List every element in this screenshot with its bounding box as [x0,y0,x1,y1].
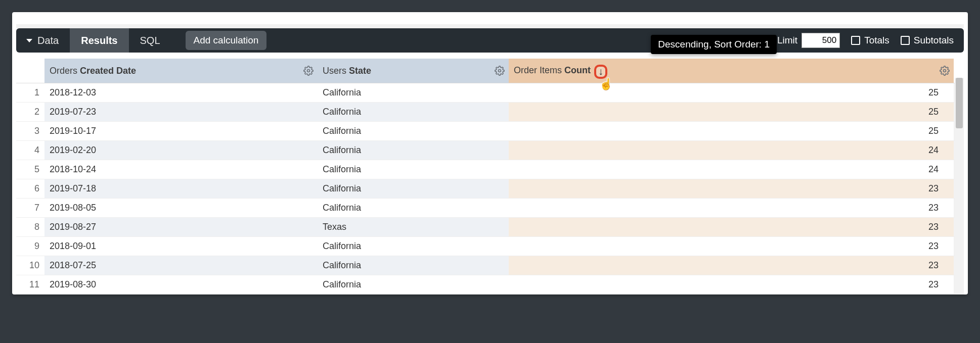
cell-state[interactable]: California [318,103,509,122]
row-number: 4 [16,141,44,160]
row-limit-input[interactable] [801,33,840,48]
cell-created-date[interactable]: 2019-08-05 [44,199,318,218]
cell-count[interactable]: 23 [509,237,954,256]
table-row: 92018-09-01California23 [16,237,964,256]
cell-created-date[interactable]: 2019-02-20 [44,141,318,160]
cell-created-date[interactable]: 2019-07-23 [44,103,318,122]
gear-icon[interactable] [940,66,950,76]
cell-created-date[interactable]: 2018-09-01 [44,237,318,256]
results-table: Orders Created Date Users State Order It… [16,59,964,295]
cell-count[interactable]: 25 [509,103,954,122]
checkbox-icon [901,36,910,45]
tab-data[interactable]: Data [16,28,70,53]
sort-tooltip: Descending, Sort Order: 1 [651,35,777,54]
row-number: 6 [16,179,44,199]
results-body: 12018-12-03California2522019-07-23Califo… [16,83,964,295]
cell-state[interactable]: California [318,256,509,275]
header-c3-bold: Count [564,65,591,75]
spacer [16,24,964,28]
row-number: 8 [16,218,44,237]
cell-count[interactable]: 23 [509,199,954,218]
sort-highlight-box: ↓ [594,65,607,79]
tab-sql[interactable]: SQL [129,28,171,53]
header-order-items-count[interactable]: Order Items Count ↓ ☝ [509,59,954,83]
table-row: 12018-12-03California25 [16,83,964,103]
row-number: 3 [16,122,44,141]
row-number: 7 [16,199,44,218]
header-row: Orders Created Date Users State Order It… [16,59,964,83]
row-number: 2 [16,103,44,122]
cell-state[interactable]: California [318,199,509,218]
cell-state[interactable]: Texas [318,218,509,237]
row-number: 11 [16,275,44,295]
cell-created-date[interactable]: 2019-08-27 [44,218,318,237]
gear-icon[interactable] [303,66,314,76]
header-c1-prefix: Orders [50,66,80,76]
table-row: 72019-08-05California23 [16,199,964,218]
caret-down-icon [26,39,32,42]
results-toolbar: Data Results SQL Add calculation Descend… [16,28,964,53]
checkbox-icon [851,36,860,45]
header-c1-bold: Created Date [80,66,136,76]
cell-count[interactable]: 23 [509,218,954,237]
header-c2-bold: State [349,66,371,76]
toolbar-right: Descending, Sort Order: 1 Row Limit Tota… [755,33,964,48]
header-rownum [16,59,44,83]
cell-created-date[interactable]: 2019-08-30 [44,275,318,295]
header-c3-prefix: Order Items [514,65,564,75]
scrollbar-thumb[interactable] [956,78,963,128]
gear-icon[interactable] [495,66,505,76]
row-number: 10 [16,256,44,275]
sort-indicator[interactable]: ↓ ☝ [594,65,607,79]
totals-checkbox[interactable]: Totals [851,35,889,46]
subtotals-checkbox[interactable]: Subtotals [901,35,954,46]
tab-results-label: Results [81,35,117,46]
table-row: 22019-07-23California25 [16,103,964,122]
scrollbar-track[interactable] [955,78,964,295]
cell-count[interactable]: 23 [509,275,954,295]
table-row: 102018-07-25California23 [16,256,964,275]
cell-count[interactable]: 24 [509,160,954,179]
cell-count[interactable]: 24 [509,141,954,160]
cell-count[interactable]: 25 [509,83,954,103]
totals-label: Totals [864,35,889,46]
cell-count[interactable]: 23 [509,179,954,199]
table-row: 42019-02-20California24 [16,141,964,160]
cell-created-date[interactable]: 2019-07-18 [44,179,318,199]
cell-state[interactable]: California [318,160,509,179]
svg-point-1 [499,70,501,72]
cell-state[interactable]: California [318,83,509,103]
cell-count[interactable]: 23 [509,256,954,275]
cell-state[interactable]: California [318,141,509,160]
cell-state[interactable]: California [318,237,509,256]
explore-panel: Data Results SQL Add calculation Descend… [12,12,968,295]
header-users-state[interactable]: Users State [318,59,509,83]
header-orders-created-date[interactable]: Orders Created Date [44,59,318,83]
tab-results[interactable]: Results [70,28,128,53]
subtotals-label: Subtotals [914,35,954,46]
header-c2-prefix: Users [323,66,349,76]
cell-count[interactable]: 25 [509,122,954,141]
cell-state[interactable]: California [318,179,509,199]
add-calculation-button[interactable]: Add calculation [186,31,267,50]
tab-sql-label: SQL [140,35,160,46]
row-number: 5 [16,160,44,179]
arrow-down-icon: ↓ [598,66,603,76]
row-number: 1 [16,83,44,103]
tab-data-label: Data [37,35,59,46]
results-grid-wrap: Orders Created Date Users State Order It… [16,59,964,295]
svg-point-2 [944,70,946,72]
cell-state[interactable]: California [318,275,509,295]
table-row: 82019-08-27Texas23 [16,218,964,237]
table-row: 52018-10-24California24 [16,160,964,179]
row-number: 9 [16,237,44,256]
toolbar-left: Data Results SQL Add calculation [16,28,266,53]
cell-state[interactable]: California [318,122,509,141]
svg-point-0 [307,70,310,72]
table-row: 32019-10-17California25 [16,122,964,141]
cell-created-date[interactable]: 2018-07-25 [44,256,318,275]
cell-created-date[interactable]: 2018-12-03 [44,83,318,103]
cell-created-date[interactable]: 2018-10-24 [44,160,318,179]
table-row: 62019-07-18California23 [16,179,964,199]
cell-created-date[interactable]: 2019-10-17 [44,122,318,141]
